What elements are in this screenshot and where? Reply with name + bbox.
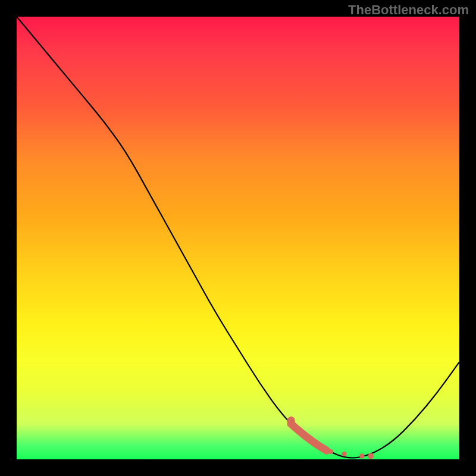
curve-dot xyxy=(368,453,374,459)
watermark-text: TheBottleneck.com xyxy=(348,2,469,18)
curve-dot xyxy=(359,453,364,458)
chart-plot-area xyxy=(17,17,459,459)
curve-dot xyxy=(342,452,346,456)
curve-dot xyxy=(328,449,333,454)
bottleneck-curve xyxy=(17,17,459,459)
